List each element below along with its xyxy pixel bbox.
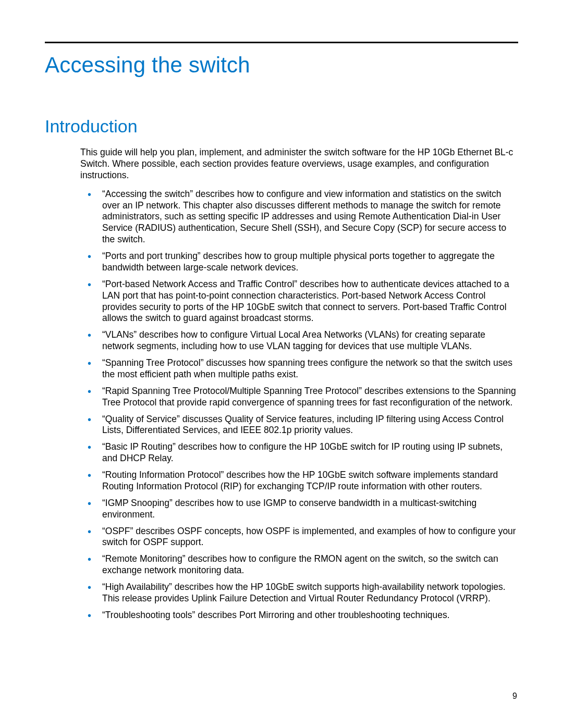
list-item: “Port-based Network Access and Traffic C… <box>80 279 518 325</box>
list-item: “Spanning Tree Protocol” discusses how s… <box>80 357 518 380</box>
body-block: This guide will help you plan, implement… <box>80 147 518 621</box>
page-title: Accessing the switch <box>45 53 518 78</box>
intro-paragraph: This guide will help you plan, implement… <box>80 147 518 181</box>
list-item: “IGMP Snooping” describes how to use IGM… <box>80 498 518 521</box>
list-item: “Remote Monitoring” describes how to con… <box>80 553 518 576</box>
top-rule <box>45 42 518 43</box>
list-item: “Routing Information Protocol” describes… <box>80 470 518 492</box>
document-page: Accessing the switch Introduction This g… <box>0 0 563 728</box>
list-item: “Quality of Service” discusses Quality o… <box>80 414 518 437</box>
list-item: “Troubleshooting tools” describes Port M… <box>80 610 518 621</box>
list-item: “High Availability” describes how the HP… <box>80 582 518 604</box>
list-item: “VLANs” describes how to configure Virtu… <box>80 329 518 352</box>
list-item: “Rapid Spanning Tree Protocol/Multiple S… <box>80 386 518 409</box>
list-item: “Basic IP Routing” describes how to conf… <box>80 441 518 464</box>
list-item: “Accessing the switch” describes how to … <box>80 189 518 245</box>
section-heading: Introduction <box>45 116 518 137</box>
bullet-list: “Accessing the switch” describes how to … <box>80 189 518 621</box>
list-item: “OSPF” describes OSPF concepts, how OSPF… <box>80 526 518 549</box>
list-item: “Ports and port trunking” describes how … <box>80 251 518 274</box>
page-number: 9 <box>512 692 517 701</box>
